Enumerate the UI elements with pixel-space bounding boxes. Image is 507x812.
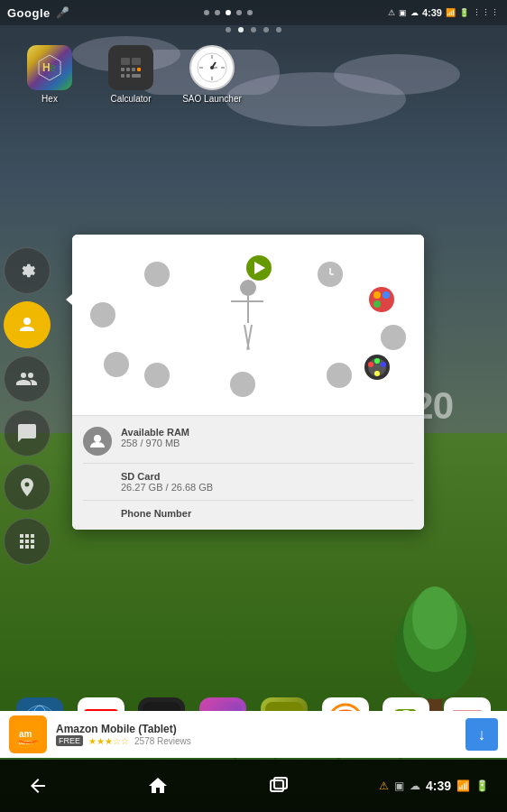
svg-rect-17 <box>132 74 141 78</box>
status-left: Google 🎤 <box>7 6 69 20</box>
orbit-dot-bottom[interactable] <box>230 372 255 397</box>
divider-1 <box>83 463 413 464</box>
orbit-dot-left-bottom[interactable] <box>104 352 129 377</box>
notif-dot-5 <box>247 10 253 15</box>
orbit-dot-topright[interactable] <box>318 262 343 287</box>
left-sidebar <box>0 238 51 574</box>
wifi-icon: 📶 <box>446 8 456 17</box>
svg-point-35 <box>383 300 390 308</box>
svg-text:am: am <box>19 729 32 739</box>
sidebar-settings-btn[interactable] <box>4 247 51 294</box>
svg-point-42 <box>94 435 101 442</box>
sao-app-label: SAO Launcher <box>182 94 242 104</box>
svg-point-34 <box>373 300 381 308</box>
sidebar-apps-btn[interactable] <box>4 518 51 565</box>
cloud-4 <box>334 54 460 95</box>
google-logo: Google <box>7 6 51 20</box>
orbit-dot-bottomleft[interactable] <box>144 363 170 388</box>
svg-point-41 <box>374 371 380 376</box>
svg-point-25 <box>210 66 214 69</box>
wifi-status-icon: 📶 <box>456 780 470 792</box>
screenshot-icon: ▣ <box>399 8 407 17</box>
amazon-logo-icon: am azon <box>14 721 41 748</box>
warning-icon: ⚠ <box>388 8 395 17</box>
ram-label: Available RAM <box>121 427 413 438</box>
orbit-dot-bottomright[interactable] <box>327 363 352 388</box>
recents-button[interactable] <box>259 766 299 806</box>
svg-point-32 <box>373 291 381 299</box>
ad-text-group: Amazon Mobile (Tablet) FREE ★★★☆☆ 2578 R… <box>56 723 456 746</box>
svg-rect-9 <box>121 58 130 65</box>
orbit-dot-right[interactable] <box>381 325 406 350</box>
calculator-app-icon[interactable] <box>108 45 153 90</box>
home-button[interactable] <box>138 766 178 806</box>
status-center-dots <box>204 10 253 15</box>
notif-dot-3 <box>226 10 231 15</box>
notif-dot-1 <box>204 10 209 15</box>
time-display: 4:39 <box>422 7 442 18</box>
sidebar-messages-btn[interactable] <box>4 410 51 457</box>
human-body <box>247 296 249 323</box>
orbit-dot-left-top[interactable] <box>90 302 115 328</box>
sidebar-location-btn[interactable] <box>4 464 51 511</box>
status-right: ⚠ ▣ ☁ 4:39 📶 🔋 ⋮⋮⋮ <box>388 7 500 18</box>
phone-label: Phone Number <box>121 508 413 519</box>
circle-widget <box>72 235 424 415</box>
sidebar-profile-btn[interactable] <box>4 301 51 348</box>
svg-rect-11 <box>121 68 124 71</box>
notif-dot-2 <box>215 10 220 15</box>
ad-subtitle: FREE ★★★☆☆ 2578 Reviews <box>56 735 456 746</box>
svg-rect-13 <box>132 68 135 71</box>
svg-point-33 <box>383 291 390 299</box>
human-figure <box>226 280 271 370</box>
sdcard-label: SD Card <box>121 471 413 482</box>
grid-icon <box>16 531 38 552</box>
svg-text:x: x <box>55 61 60 74</box>
orbit-icon-right-top[interactable] <box>366 284 397 315</box>
pin-icon <box>16 476 38 498</box>
home-icon <box>147 775 169 797</box>
battery-icon: 🔋 <box>459 8 469 17</box>
hex-app-label: Hex <box>41 94 58 104</box>
ad-download-button[interactable]: ↓ <box>466 718 498 751</box>
warning-status-icon: ⚠ <box>379 780 389 792</box>
ram-info-row: Available RAM 258 / 970 MB <box>83 423 413 459</box>
page-dot-3 <box>251 27 256 32</box>
ad-banner: am azon Amazon Mobile (Tablet) FREE ★★★☆… <box>0 711 507 758</box>
ad-badge: FREE <box>56 735 83 746</box>
page-dot-2 <box>238 27 244 32</box>
svg-point-40 <box>374 358 380 364</box>
human-arms <box>231 300 263 302</box>
sao-icon-container[interactable]: SAO Launcher <box>180 45 244 104</box>
chat-icon <box>16 422 38 444</box>
svg-rect-16 <box>126 74 130 78</box>
svg-point-38 <box>368 362 373 367</box>
sdcard-info-row: SD Card 26.27 GB / 26.68 GB <box>83 467 413 496</box>
orbit-icon-top[interactable] <box>244 253 274 283</box>
hex-app-icon[interactable]: H e x <box>27 45 72 90</box>
sao-app-icon[interactable] <box>189 45 235 90</box>
orbit-icon-right-bottom[interactable] <box>362 352 392 383</box>
status-bar: Google 🎤 ⚠ ▣ ☁ 4:39 📶 🔋 ⋮⋮⋮ <box>0 0 507 25</box>
svg-point-3 <box>412 586 457 650</box>
ad-reviews: 2578 Reviews <box>134 736 191 746</box>
svg-rect-81 <box>274 778 287 789</box>
calculator-icon-container[interactable]: Calculator <box>99 45 162 104</box>
user-avatar <box>83 427 112 456</box>
svg-rect-10 <box>132 58 141 65</box>
download-icon: ↓ <box>478 725 486 744</box>
notif-dot-4 <box>236 10 242 15</box>
orbit-dot-topleft[interactable] <box>144 262 170 287</box>
navigation-bar: ⚠ ▣ ☁ 4:39 📶 🔋 <box>0 760 507 812</box>
widget-arrow <box>66 289 78 310</box>
cloud-icon: ☁ <box>410 8 419 17</box>
sidebar-contacts-btn[interactable] <box>4 355 51 402</box>
calculator-app-label: Calculator <box>110 94 151 104</box>
ram-value: 258 / 970 MB <box>121 438 413 448</box>
ad-stars: ★★★☆☆ <box>88 736 129 746</box>
hex-icon-container[interactable]: H e x Hex <box>18 45 81 104</box>
sdcard-text-group: SD Card 26.27 GB / 26.68 GB <box>83 471 413 493</box>
back-button[interactable] <box>18 766 58 806</box>
phone-info-row: Phone Number <box>83 504 413 522</box>
cloud-status-icon: ☁ <box>410 780 420 792</box>
